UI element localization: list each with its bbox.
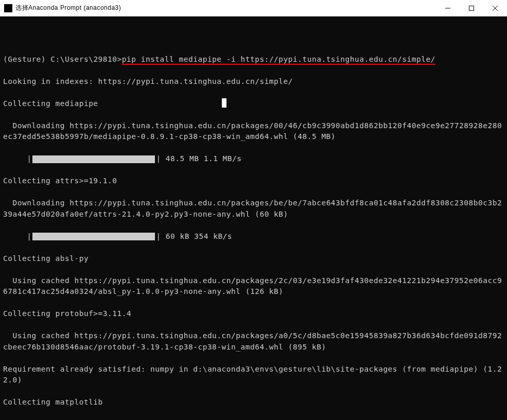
terminal-line: Collecting mediapipe [3,98,504,110]
terminal-line: Collecting absl-py [3,253,504,265]
prompt-path: C:\Users\29810> [50,55,121,63]
terminal-line: Using cached https://pypi.tuna.tsinghua.… [3,330,504,353]
terminal-line: Downloading https://pypi.tuna.tsinghua.e… [3,198,504,220]
command-text: pip install mediapipe -i https://pypi.tu… [122,55,435,65]
cmd-icon [4,4,12,12]
terminal-line: Requirement already satisfied: numpy in … [3,364,504,386]
title-left: 选择Anaconda Prompt (anaconda3) [4,4,121,12]
progress-bar [32,233,155,240]
terminal-line: Downloading https://pypi.tuna.tsinghua.e… [3,120,504,143]
terminal-line: || 48.5 MB 1.1 MB/s [3,153,504,165]
terminal-line: Using cached https://pypi.tuna.tsinghua.… [3,275,504,297]
window-controls [436,0,507,16]
window-title: 选择Anaconda Prompt (anaconda3) [15,4,121,12]
progress-bar [32,155,155,163]
terminal-line: Collecting protobuf>=3.11.4 [3,308,504,320]
minimize-button[interactable] [436,0,460,16]
prompt-line: (Gesture) C:\Users\29810>pip install med… [3,54,504,65]
terminal-line [3,32,504,43]
svg-rect-1 [469,6,474,10]
maximize-button[interactable] [460,0,483,16]
window-titlebar: 选择Anaconda Prompt (anaconda3) [0,0,507,16]
text-cursor [222,98,226,108]
terminal-line: Looking in indexes: https://pypi.tuna.ts… [3,76,504,87]
terminal-area[interactable]: (Gesture) C:\Users\29810>pip install med… [0,16,507,420]
prompt-env: (Gesture) [3,55,50,63]
close-button[interactable] [483,0,507,16]
terminal-line: Collecting matplotlib [3,397,504,408]
terminal-line: || 60 kB 354 kB/s [3,231,504,242]
terminal-line: Collecting attrs>=19.1.0 [3,176,504,187]
